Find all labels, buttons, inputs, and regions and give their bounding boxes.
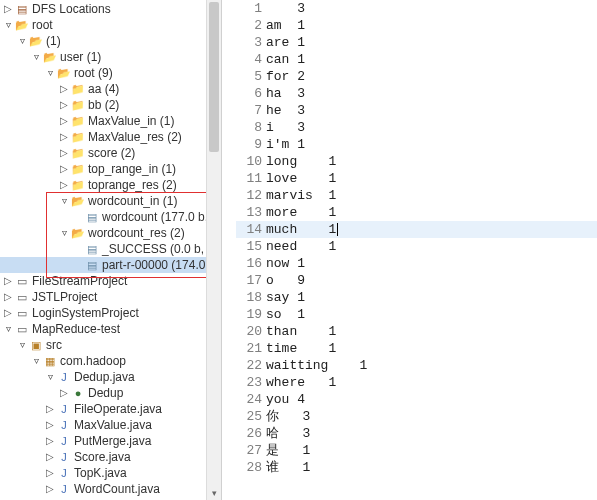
twisty-icon[interactable]: ▿ <box>44 65 56 81</box>
file-line[interactable]: 13more 1 <box>236 204 597 221</box>
twisty-icon[interactable]: ▿ <box>16 33 28 49</box>
twisty-icon[interactable]: ▷ <box>58 385 70 401</box>
file-line[interactable]: 5for 2 <box>236 68 597 85</box>
twisty-icon[interactable]: ▿ <box>30 49 42 65</box>
twisty-icon[interactable]: ▷ <box>44 481 56 497</box>
class-dedup[interactable]: ▷●Dedup <box>0 385 219 401</box>
file-line[interactable]: 1 3 <box>236 0 597 17</box>
file-line[interactable]: 24you 4 <box>236 391 597 408</box>
twisty-icon[interactable]: ▷ <box>2 1 14 17</box>
twisty-icon[interactable]: ▿ <box>44 369 56 385</box>
folder-wordcount-res[interactable]: ▿📂wordcount_res (2) <box>0 225 219 241</box>
file-line[interactable]: 18say 1 <box>236 289 597 306</box>
file-line[interactable]: 6ha 3 <box>236 85 597 102</box>
file-line[interactable]: 20than 1 <box>236 323 597 340</box>
twisty-icon[interactable]: ▿ <box>30 353 42 369</box>
vertical-scrollbar[interactable]: ▴ ▾ <box>206 0 221 500</box>
file-icon: ▤ <box>84 257 100 273</box>
java-wordcount[interactable]: ▷JWordCount.java <box>0 481 219 497</box>
twisty-icon[interactable]: ▷ <box>58 145 70 161</box>
file-line[interactable]: 9i'm 1 <box>236 136 597 153</box>
file-line[interactable]: 27是 1 <box>236 442 597 459</box>
folder-user[interactable]: ▿📂user (1) <box>0 49 219 65</box>
file-line[interactable]: 2am 1 <box>236 17 597 34</box>
file-line[interactable]: 25你 3 <box>236 408 597 425</box>
file-line[interactable]: 15need 1 <box>236 238 597 255</box>
twisty-icon[interactable]: ▷ <box>58 81 70 97</box>
twisty-icon[interactable]: ▷ <box>58 161 70 177</box>
file-line[interactable]: 8i 3 <box>236 119 597 136</box>
folder-root[interactable]: ▿📂root <box>0 17 219 33</box>
line-number: 20 <box>236 323 266 340</box>
twisty-icon[interactable]: ▿ <box>58 193 70 209</box>
twisty-icon[interactable]: ▿ <box>16 337 28 353</box>
file-success[interactable]: ▤_SUCCESS (0.0 b, r2) <box>0 241 219 257</box>
folder-maxvalue-res[interactable]: ▷📁MaxValue_res (2) <box>0 129 219 145</box>
folder-bb[interactable]: ▷📁bb (2) <box>0 97 219 113</box>
tree-item-label: MaxValue_res (2) <box>86 129 182 145</box>
twisty-icon[interactable]: ▷ <box>44 401 56 417</box>
twisty-icon[interactable]: ▷ <box>58 177 70 193</box>
tree-view[interactable]: ▷▤DFS Locations▿📂root▿📂(1)▿📂user (1)▿📂ro… <box>0 0 219 500</box>
file-line[interactable]: 17o 9 <box>236 272 597 289</box>
folder-root-9[interactable]: ▿📂root (9) <box>0 65 219 81</box>
project-loginsystem[interactable]: ▷▭LoginSystemProject <box>0 305 219 321</box>
twisty-icon[interactable]: ▷ <box>58 113 70 129</box>
scroll-down-icon[interactable]: ▾ <box>207 486 221 500</box>
twisty-icon[interactable]: ▷ <box>44 417 56 433</box>
line-content: for 2 <box>266 68 305 85</box>
twisty-icon[interactable]: ▷ <box>2 273 14 289</box>
file-part-r-00000[interactable]: ▤part-r-00000 (174.0 b, r2)≡ <box>0 257 219 273</box>
folder-maxvalue-in[interactable]: ▷📁MaxValue_in (1) <box>0 113 219 129</box>
java-putmerge[interactable]: ▷JPutMerge.java <box>0 433 219 449</box>
file-line[interactable]: 26哈 3 <box>236 425 597 442</box>
file-line[interactable]: 22waitting 1 <box>236 357 597 374</box>
file-line[interactable]: 11love 1 <box>236 170 597 187</box>
line-content: now 1 <box>266 255 305 272</box>
twisty-icon[interactable]: ▿ <box>2 17 14 33</box>
twisty-icon[interactable]: ▷ <box>58 97 70 113</box>
dfs-locations[interactable]: ▷▤DFS Locations <box>0 1 219 17</box>
file-line[interactable]: 14much 1 <box>236 221 597 238</box>
folder-aa[interactable]: ▷📁aa (4) <box>0 81 219 97</box>
file-line[interactable]: 23where 1 <box>236 374 597 391</box>
folder-wordcount-in[interactable]: ▿📂wordcount_in (1) <box>0 193 219 209</box>
twisty-icon[interactable]: ▷ <box>44 465 56 481</box>
file-line[interactable]: 16now 1 <box>236 255 597 272</box>
folder-top-range-in[interactable]: ▷📁top_range_in (1) <box>0 161 219 177</box>
twisty-icon[interactable]: ▷ <box>44 433 56 449</box>
project-mapreduce-test[interactable]: ▿▭MapReduce-test <box>0 321 219 337</box>
twisty-icon[interactable]: ▷ <box>44 449 56 465</box>
scroll-thumb[interactable] <box>209 2 219 152</box>
twisty-icon[interactable]: ▷ <box>58 129 70 145</box>
file-wordcount[interactable]: ▤wordcount (177.0 b, r2) <box>0 209 219 225</box>
file-line[interactable]: 7he 3 <box>236 102 597 119</box>
project-icon: ▭ <box>14 289 30 305</box>
line-content: 你 3 <box>266 408 310 425</box>
twisty-icon[interactable]: ▷ <box>2 289 14 305</box>
folder-1[interactable]: ▿📂(1) <box>0 33 219 49</box>
folder-toprange-res[interactable]: ▷📁toprange_res (2) <box>0 177 219 193</box>
java-topk[interactable]: ▷JTopK.java <box>0 465 219 481</box>
twisty-icon[interactable]: ▿ <box>58 225 70 241</box>
java-maxvalue[interactable]: ▷JMaxValue.java <box>0 417 219 433</box>
file-line[interactable]: 12marvis 1 <box>236 187 597 204</box>
java-fileoperate[interactable]: ▷JFileOperate.java <box>0 401 219 417</box>
folder-score[interactable]: ▷📁score (2) <box>0 145 219 161</box>
file-line[interactable]: 19so 1 <box>236 306 597 323</box>
twisty-icon[interactable]: ▿ <box>2 321 14 337</box>
file-line[interactable]: 4can 1 <box>236 51 597 68</box>
file-line[interactable]: 28谁 1 <box>236 459 597 476</box>
file-line[interactable]: 21time 1 <box>236 340 597 357</box>
java-icon: J <box>56 465 72 481</box>
project-filestream[interactable]: ▷▭FileStreamProject <box>0 273 219 289</box>
java-dedup[interactable]: ▿JDedup.java <box>0 369 219 385</box>
project-jstl[interactable]: ▷▭JSTLProject <box>0 289 219 305</box>
file-line[interactable]: 3are 1 <box>236 34 597 51</box>
file-line[interactable]: 10long 1 <box>236 153 597 170</box>
line-content: 哈 3 <box>266 425 310 442</box>
package-com-hadoop[interactable]: ▿▦com.hadoop <box>0 353 219 369</box>
folder-src[interactable]: ▿▣src <box>0 337 219 353</box>
twisty-icon[interactable]: ▷ <box>2 305 14 321</box>
java-score[interactable]: ▷JScore.java <box>0 449 219 465</box>
